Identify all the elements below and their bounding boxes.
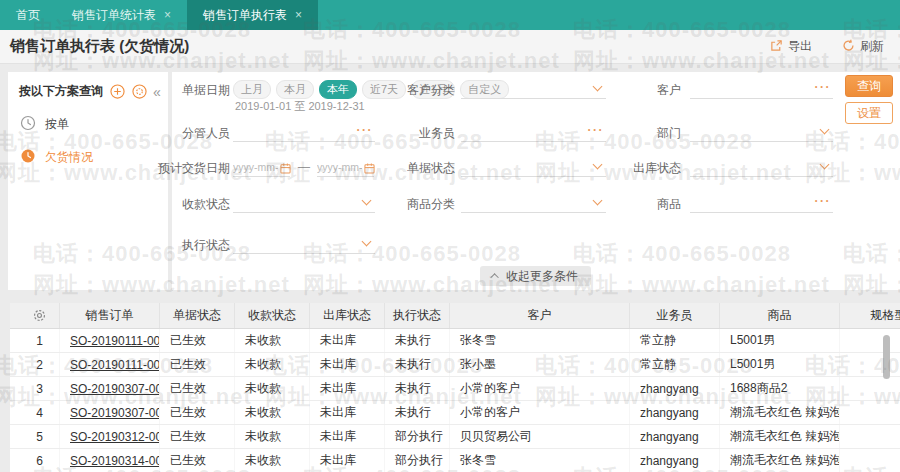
cell-goods: 1688商品2 [720,377,840,400]
cell-receipt: 未收款 [235,449,310,472]
filter-settings-button[interactable]: 设置 [845,102,893,124]
date-separator: — [298,160,310,174]
row-number: 5 [20,425,60,448]
delivery-date-from [233,157,290,177]
cell-salesman: zhangyang [630,425,720,448]
manager-picker[interactable]: ··· [233,122,375,142]
columns-settings-icon[interactable] [20,303,60,328]
goods-label: 商品 [599,196,681,213]
cell-outbound: 未出库 [310,425,385,448]
row-number: 1 [20,329,60,352]
cell-salesman: zhangyang [630,449,720,472]
table-row: 3SO-20190307-001已生效未收款未出库未执行小常的客户zhangya… [10,377,900,401]
column-header: 销售订单 [60,303,160,328]
close-tab-icon[interactable]: × [164,9,171,21]
cell-order: SO-20190307-001 [60,401,160,424]
cell-spec [840,329,900,352]
close-tab-icon[interactable]: × [295,9,302,21]
cell-outbound: 未出库 [310,353,385,376]
column-header: 执行状态 [385,303,450,328]
table-row: 5SO-20190312-001已生效未收款未出库部分执行贝贝贸易公司zhang… [10,425,900,449]
column-header: 商品 [720,303,840,328]
delivery-date-label: 预计交货日期 [148,160,230,177]
doc-status-select[interactable] [461,157,606,177]
collapse-more-filters[interactable]: 收起更多条件 [480,266,591,286]
cell-goods: L5001男 [720,353,840,376]
cell-doc-status: 已生效 [160,329,235,352]
order-link[interactable]: SO-20190111-002 [70,358,160,372]
cell-exec: 未执行 [385,401,450,424]
page-title: 销售订单执行表 (欠货情况) [10,37,189,56]
cell-goods: 潮流毛衣红色 辣妈泡... [720,425,840,448]
tab[interactable]: 销售订单统计表× [56,0,187,30]
order-link[interactable]: SO-20190307-001 [70,382,160,396]
date-range-pill[interactable]: 上月 [233,80,271,99]
export-label: 导出 [788,38,812,55]
table-row: 6SO-20190314-001已生效未收款未出库部分执行张冬雪zhangyan… [10,449,900,472]
top-tab-bar: 首页销售订单统计表×销售订单执行表× [0,0,900,30]
receipt-status-select[interactable] [233,193,375,213]
date-range-pill[interactable]: 本年 [319,80,357,99]
cell-receipt: 未收款 [235,425,310,448]
cell-doc-status: 已生效 [160,353,235,376]
title-bar-actions: 导出 刷新 [770,38,884,55]
tab[interactable]: 销售订单执行表× [187,0,318,30]
export-button[interactable]: 导出 [770,38,812,55]
cell-order: SO-20190314-001 [60,449,160,472]
cell-receipt: 未收款 [235,401,310,424]
doc-date-label: 单据日期 [148,82,230,99]
cell-customer: 贝贝贸易公司 [450,425,630,448]
order-link[interactable]: SO-20190312-001 [70,430,160,444]
add-scheme-icon[interactable] [110,84,125,99]
cell-order: SO-20190312-001 [60,425,160,448]
scheme-list: 按单欠货情况 [8,108,168,174]
table-row: 1SO-20190111-001已生效未收款未出库未执行张冬雪常立静L5001男 [10,329,900,353]
scheme-item[interactable]: 按单 [8,108,168,141]
manager-label: 分管人员 [148,125,230,142]
cell-outbound: 未出库 [310,401,385,424]
query-button[interactable]: 查询 [845,75,893,97]
exec-status-select[interactable] [233,234,375,254]
cell-doc-status: 已生效 [160,449,235,472]
date-range-pill[interactable]: 本月 [276,80,314,99]
cell-customer: 张小墨 [450,353,630,376]
tab-label: 首页 [16,7,40,24]
order-link[interactable]: SO-20190111-001 [70,334,160,348]
cell-outbound: 未出库 [310,329,385,352]
cell-spec [840,353,900,376]
outbound-status-select[interactable] [690,157,833,177]
order-link[interactable]: SO-20190307-001 [70,406,160,420]
column-header: 规格型号 [840,303,900,328]
cell-customer: 小常的客户 [450,401,630,424]
orders-table: 销售订单单据状态收款状态出库状态执行状态客户业务员商品规格型号 1SO-2019… [10,303,900,472]
cell-exec: 部分执行 [385,449,450,472]
chevron-down-icon [362,237,372,247]
salesman-picker[interactable]: ··· [461,122,606,142]
scheme-item[interactable]: 欠货情况 [8,141,168,174]
exec-status-label: 执行状态 [148,237,230,254]
cell-doc-status: 已生效 [160,377,235,400]
customer-picker[interactable]: ··· [690,79,833,99]
department-select[interactable] [690,122,833,142]
chevron-up-icon [490,273,498,281]
table-row: 4SO-20190307-001已生效未收款未出库未执行小常的客户zhangya… [10,401,900,425]
doc-status-label: 单据状态 [373,160,455,177]
calendar-icon[interactable] [280,160,291,178]
scheme-settings-icon[interactable] [132,84,147,99]
cell-order: SO-20190111-001 [60,329,160,352]
cell-exec: 未执行 [385,377,450,400]
chevron-down-icon [362,196,372,206]
customer-category-select[interactable] [461,79,606,99]
cell-doc-status: 已生效 [160,425,235,448]
scheme-sidebar-header: 按以下方案查询 « [8,72,168,108]
goods-picker[interactable]: ··· [690,193,833,213]
goods-category-select[interactable] [461,193,606,213]
order-link[interactable]: SO-20190314-001 [70,454,160,468]
tab[interactable]: 首页 [0,0,56,30]
table-body: 1SO-20190111-001已生效未收款未出库未执行张冬雪常立静L5001男… [10,329,900,472]
refresh-button[interactable]: 刷新 [842,38,884,55]
customer-label: 客户 [599,82,681,99]
filter-panel: 单据日期 上月本月本年近7天近1月自定义 2019-01-01 至 2019-1… [172,72,900,290]
ellipsis-icon: ··· [815,194,832,208]
vertical-scrollbar[interactable] [883,335,890,379]
